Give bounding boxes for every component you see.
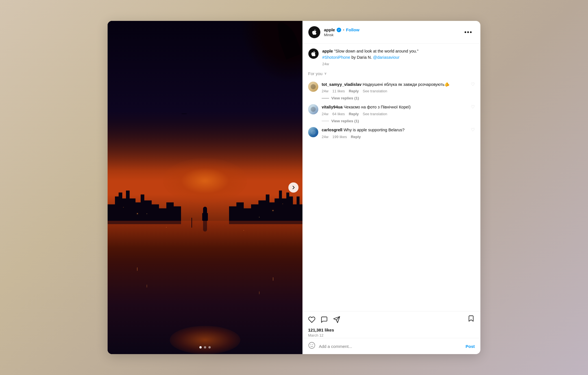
caption-text: apple "Slow down and look at the world a… bbox=[322, 48, 475, 61]
like-button[interactable] bbox=[308, 316, 315, 323]
comment-reply-button-1[interactable]: Reply bbox=[349, 89, 359, 93]
view-replies-line bbox=[322, 98, 329, 99]
for-you-label: For you bbox=[308, 71, 323, 76]
caption-time: 24w bbox=[308, 62, 475, 66]
caption-author-avatar[interactable] bbox=[308, 48, 319, 59]
comment-item: tot_samyy_vladislav Надкушені яблука як … bbox=[308, 79, 475, 96]
comment-heart-icon-3[interactable]: ♡ bbox=[471, 127, 475, 132]
view-replies-line-2 bbox=[322, 121, 329, 121]
for-you-button[interactable]: For you ∨ bbox=[308, 71, 327, 76]
verified-check-icon: ✓ bbox=[338, 29, 340, 31]
svg-point-2 bbox=[309, 342, 315, 348]
action-bar bbox=[302, 311, 480, 326]
comment-input-field[interactable] bbox=[319, 344, 462, 349]
post-author-avatar[interactable] bbox=[308, 26, 321, 38]
carousel-dot-1[interactable] bbox=[199, 346, 202, 348]
comment-time-3: 24w bbox=[322, 135, 328, 139]
caption-by: by Daria N. bbox=[350, 55, 373, 60]
comment-item-3: carlosgrell Why is apple supporting Bela… bbox=[308, 124, 475, 142]
caption-username[interactable]: apple bbox=[322, 49, 333, 53]
comment-heart-icon-2[interactable]: ♡ bbox=[471, 104, 475, 110]
header-info: apple ✓ • Follow Minsk bbox=[324, 27, 462, 37]
post-comment-button[interactable]: Post bbox=[465, 344, 475, 349]
verified-badge: ✓ bbox=[337, 28, 341, 32]
comment-likes-3: 199 likes bbox=[332, 135, 347, 139]
comment-avatar-1[interactable] bbox=[308, 82, 318, 92]
likes-section: 121,381 likes March 12 bbox=[302, 326, 480, 338]
comment-text-1: tot_samyy_vladislav Надкушені яблука як … bbox=[322, 82, 467, 88]
comment-meta-3: 24w 199 likes Reply bbox=[322, 135, 467, 139]
comment-item-2: vitaliy94ua Чекаємо на фото з Північної … bbox=[308, 101, 475, 119]
instagram-post-card: apple ✓ • Follow Minsk ••• bbox=[108, 21, 480, 354]
comment-likes-2: 64 likes bbox=[332, 112, 345, 116]
more-options-button[interactable]: ••• bbox=[462, 27, 475, 37]
comment-avatar-2[interactable] bbox=[308, 104, 318, 114]
post-photo bbox=[108, 21, 302, 354]
caption-hashtag[interactable]: #ShotoniPhone bbox=[322, 55, 350, 60]
comments-area: tot_samyy_vladislav Надкушені яблука як … bbox=[302, 78, 480, 311]
comment-meta-1: 24w 11 likes Reply See translation bbox=[322, 89, 467, 93]
comment-time-1: 24w bbox=[322, 89, 328, 93]
dot-separator: • bbox=[343, 28, 344, 32]
comment-heart-icon-1[interactable]: ♡ bbox=[471, 82, 475, 87]
comment-likes-1: 11 likes bbox=[332, 89, 345, 93]
comment-text-2: vitaliy94ua Чекаємо на фото з Північної … bbox=[322, 104, 467, 110]
post-date: March 12 bbox=[308, 333, 475, 337]
post-header: apple ✓ • Follow Minsk ••• bbox=[302, 21, 480, 44]
comment-button[interactable] bbox=[321, 316, 328, 323]
emoji-button[interactable] bbox=[308, 342, 315, 351]
comment-username-1[interactable]: tot_samyy_vladislav bbox=[322, 82, 361, 87]
for-you-section: For you ∨ bbox=[302, 68, 480, 78]
comment-content-2: Чекаємо на фото з Північної Кореї) bbox=[344, 105, 411, 109]
header-username[interactable]: apple bbox=[324, 27, 335, 32]
comment-reply-button-2[interactable]: Reply bbox=[349, 112, 359, 116]
comment-body-2: vitaliy94ua Чекаємо на фото з Північної … bbox=[322, 104, 467, 116]
comment-input-area: Post bbox=[302, 338, 480, 354]
carousel-dot-2[interactable] bbox=[204, 346, 206, 348]
save-button[interactable] bbox=[467, 315, 475, 324]
comment-body-1: tot_samyy_vladislav Надкушені яблука як … bbox=[322, 82, 467, 93]
caption-mention[interactable]: @dariasaviour bbox=[373, 55, 400, 60]
comment-content-1: Надкушені яблука як завжди розчаровують🫵 bbox=[363, 82, 450, 87]
chevron-down-icon: ∨ bbox=[324, 71, 327, 75]
carousel-dot-3[interactable] bbox=[208, 346, 211, 348]
carousel-dots bbox=[199, 346, 211, 348]
carousel-next-button[interactable] bbox=[288, 182, 299, 193]
caption-area: apple "Slow down and look at the world a… bbox=[302, 44, 480, 68]
view-replies-label-1: View replies (1) bbox=[331, 96, 359, 100]
comment-reply-button-3[interactable]: Reply bbox=[351, 135, 361, 139]
view-replies-button-1[interactable]: View replies (1) bbox=[322, 96, 359, 100]
post-content-side: apple ✓ • Follow Minsk ••• bbox=[302, 21, 480, 354]
view-replies-label-2: View replies (1) bbox=[331, 119, 359, 123]
share-button[interactable] bbox=[333, 316, 340, 323]
comment-content-3: Why is apple supporting Belarus? bbox=[343, 128, 404, 132]
comment-time-2: 24w bbox=[322, 112, 328, 116]
likes-count[interactable]: 121,381 likes bbox=[308, 328, 475, 332]
comment-avatar-3[interactable] bbox=[308, 127, 318, 137]
comment-username-2[interactable]: vitaliy94ua bbox=[322, 105, 343, 109]
comment-translate-button-1[interactable]: See translation bbox=[363, 89, 387, 93]
caption-quote: "Slow down and look at the world around … bbox=[333, 49, 419, 53]
comment-translate-button-2[interactable]: See translation bbox=[363, 112, 387, 116]
header-location: Minsk bbox=[324, 33, 462, 37]
action-icons bbox=[308, 316, 340, 323]
comment-text-3: carlosgrell Why is apple supporting Bela… bbox=[322, 127, 467, 133]
comment-body-3: carlosgrell Why is apple supporting Bela… bbox=[322, 127, 467, 139]
comment-username-3[interactable]: carlosgrell bbox=[322, 128, 342, 132]
comment-meta-2: 24w 64 likes Reply See translation bbox=[322, 112, 467, 116]
follow-button[interactable]: Follow bbox=[346, 27, 360, 32]
view-replies-button-2[interactable]: View replies (1) bbox=[322, 119, 359, 123]
